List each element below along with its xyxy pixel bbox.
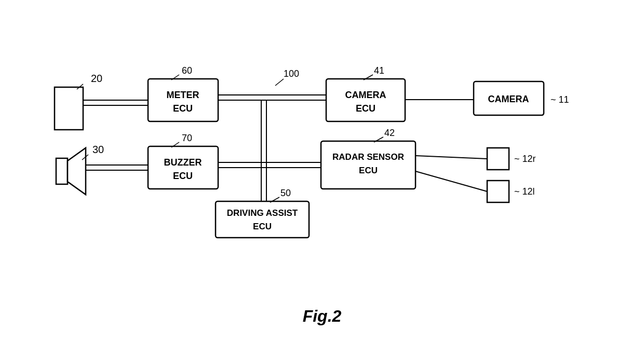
svg-text:70: 70	[182, 133, 192, 143]
svg-text:30: 30	[92, 144, 104, 155]
svg-text:ECU: ECU	[359, 166, 378, 175]
svg-text:~ 12l: ~ 12l	[514, 186, 535, 197]
svg-text:~ 11: ~ 11	[551, 94, 569, 105]
svg-text:41: 41	[374, 65, 384, 76]
svg-text:100: 100	[284, 68, 299, 79]
svg-rect-38	[487, 181, 509, 202]
svg-marker-4	[56, 158, 68, 184]
svg-rect-13	[148, 146, 218, 189]
svg-rect-8	[148, 79, 218, 121]
svg-text:50: 50	[280, 188, 291, 198]
svg-rect-28	[321, 141, 415, 189]
svg-text:ECU: ECU	[173, 171, 193, 181]
svg-text:CAMERA: CAMERA	[488, 94, 529, 104]
svg-text:ECU: ECU	[253, 222, 272, 231]
svg-rect-18	[216, 201, 309, 238]
svg-text:CAMERA: CAMERA	[345, 90, 386, 100]
svg-text:42: 42	[384, 128, 395, 138]
svg-text:RADAR SENSOR: RADAR SENSOR	[332, 152, 404, 162]
svg-text:BUZZER: BUZZER	[164, 157, 202, 168]
svg-rect-23	[326, 79, 405, 121]
svg-text:~ 12r: ~ 12r	[514, 154, 536, 164]
svg-rect-36	[487, 148, 509, 170]
diagram-container: 20 30 METER ECU 60 BUZZER ECU 70 DRIVING…	[0, 0, 644, 357]
svg-text:ECU: ECU	[356, 103, 375, 114]
svg-text:60: 60	[182, 65, 192, 76]
svg-text:DRIVING ASSIST: DRIVING ASSIST	[227, 208, 298, 218]
svg-text:ECU: ECU	[173, 103, 193, 114]
svg-text:METER: METER	[167, 90, 199, 100]
svg-text:20: 20	[91, 73, 102, 84]
svg-rect-1	[55, 87, 83, 130]
figure-caption: Fig.2	[303, 307, 342, 326]
